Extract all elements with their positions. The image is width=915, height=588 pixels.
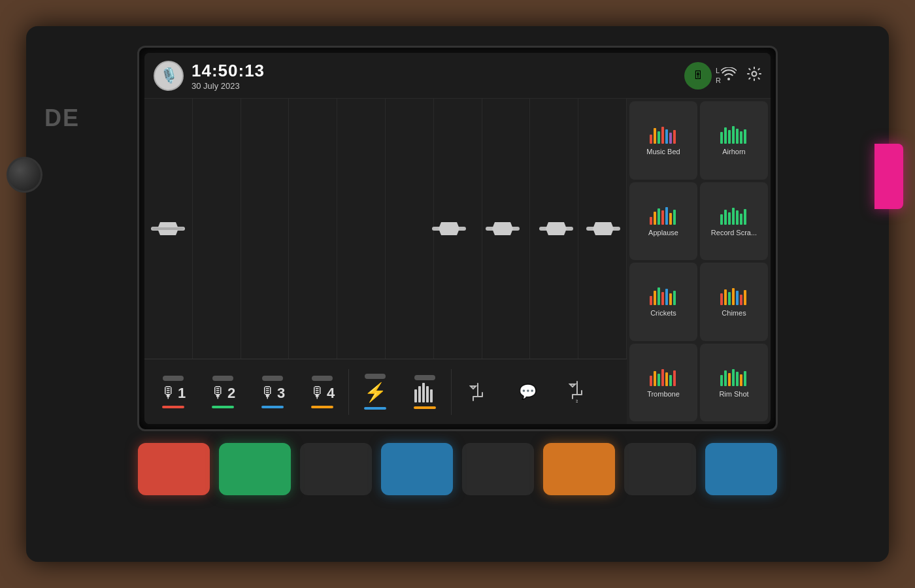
gear-icon[interactable] [747, 67, 761, 84]
pad-music-bed-icon [649, 124, 678, 144]
svg-rect-39 [724, 210, 727, 225]
svg-rect-58 [744, 290, 746, 305]
hw-button-3[interactable] [300, 443, 372, 495]
channel-usb3: ₂ [554, 380, 601, 404]
svg-rect-53 [724, 289, 727, 305]
bluetooth-icon: ⚡ [364, 382, 387, 403]
svg-rect-54 [728, 292, 731, 305]
main-content: 🎙 1 🎙 2 [144, 99, 771, 424]
pads-panel: Music Bed [627, 99, 771, 424]
pad-crickets[interactable]: Crickets [629, 263, 697, 341]
timeline-area: 🎙 1 🎙 2 [144, 99, 627, 424]
svg-rect-57 [740, 295, 742, 305]
channel-indicator-2 [212, 376, 233, 381]
hw-button-6[interactable] [543, 443, 615, 495]
svg-marker-11 [593, 222, 614, 235]
waveform-blob-3 [486, 222, 520, 235]
svg-rect-51 [673, 291, 676, 305]
svg-rect-3 [152, 227, 184, 230]
waveform-blob-2 [432, 222, 466, 235]
svg-rect-27 [732, 126, 735, 144]
hw-button-5[interactable] [462, 443, 534, 495]
svg-rect-69 [732, 369, 735, 386]
wifi-icon[interactable] [721, 67, 737, 84]
channel-bluetooth: ⚡ [352, 374, 399, 410]
channel-indicator-4 [312, 376, 333, 381]
hw-button-4[interactable] [381, 443, 453, 495]
pad-applause[interactable]: Applause [629, 182, 697, 261]
pad-trombone[interactable]: Trombone [629, 344, 697, 422]
svg-rect-37 [673, 210, 676, 225]
mic3-color-bar [261, 406, 284, 408]
left-knob[interactable] [7, 157, 42, 193]
header-icons [721, 67, 761, 84]
channel-usb1 [454, 382, 501, 402]
pad-chimes-icon [720, 286, 748, 305]
svg-rect-56 [736, 291, 739, 305]
waveform-blobs [144, 222, 627, 235]
usb2-chat-icon: 💬 [519, 384, 537, 400]
meter-icon [414, 383, 435, 402]
svg-rect-31 [650, 217, 652, 225]
hw-button-7[interactable] [624, 443, 696, 495]
hw-button-8[interactable] [705, 443, 777, 495]
svg-rect-33 [657, 208, 660, 225]
meter-indicator [414, 375, 435, 380]
pad-airhorn-label: Airhorn [722, 148, 745, 156]
mic1-color-bar [162, 406, 184, 408]
hw-button-1[interactable] [138, 443, 210, 495]
svg-rect-46 [654, 291, 656, 305]
svg-rect-38 [720, 214, 723, 225]
mic2-color-bar [212, 406, 234, 408]
svg-point-0 [752, 72, 757, 76]
svg-rect-20 [661, 127, 664, 144]
svg-rect-71 [740, 374, 742, 386]
svg-rect-26 [728, 130, 731, 144]
ch-separator-1 [348, 369, 349, 415]
svg-rect-67 [724, 370, 727, 386]
pad-airhorn[interactable]: Airhorn [700, 101, 768, 180]
time-display: 14:50:13 [191, 61, 684, 81]
svg-rect-24 [720, 132, 723, 144]
svg-rect-42 [736, 210, 739, 225]
channel-mic1: 🎙 1 [150, 376, 197, 408]
pad-trombone-icon [649, 367, 678, 386]
svg-rect-17 [650, 135, 652, 144]
pad-record-scratch-label: Record Scra... [711, 229, 757, 237]
svg-rect-68 [728, 373, 731, 386]
svg-rect-48 [661, 292, 664, 305]
pad-chimes[interactable]: Chimes [700, 263, 768, 341]
channel-indicator-3 [262, 376, 283, 381]
channel-mic3: 🎙 3 [249, 376, 296, 408]
svg-rect-14 [422, 383, 425, 402]
lr-label: LR [716, 66, 721, 85]
pad-chimes-label: Chimes [722, 309, 746, 318]
pad-music-bed[interactable]: Music Bed [629, 101, 697, 180]
svg-rect-50 [669, 293, 672, 305]
channel-mic2: 🎙 2 [199, 376, 246, 408]
usb1-icon [469, 382, 486, 402]
svg-rect-40 [728, 212, 731, 225]
pad-airhorn-icon [720, 124, 748, 144]
pad-record-scratch[interactable]: Record Scra... [700, 182, 768, 261]
mic2-icon: 🎙 [210, 384, 226, 402]
svg-rect-62 [661, 369, 664, 386]
mic4-number: 4 [327, 385, 335, 402]
pad-rim-shot[interactable]: Rim Shot [700, 344, 768, 422]
mic1-number: 1 [178, 385, 186, 402]
svg-rect-19 [657, 131, 660, 144]
svg-rect-65 [673, 370, 676, 386]
device-label: DE [44, 105, 80, 132]
svg-rect-60 [654, 371, 656, 386]
svg-rect-35 [665, 207, 668, 225]
mic1-icon: 🎙 [161, 384, 176, 402]
hw-button-2[interactable] [219, 443, 291, 495]
mic2-number: 2 [227, 385, 235, 402]
svg-rect-30 [744, 129, 746, 144]
screen-bezel: 🎙️ 14:50:13 30 July 2023 🎚 LR [137, 46, 778, 431]
right-button[interactable] [874, 144, 903, 209]
pad-record-scratch-icon [720, 205, 748, 225]
svg-rect-29 [740, 131, 742, 144]
pad-applause-icon [649, 205, 678, 225]
waveform-blob-5 [586, 222, 620, 235]
